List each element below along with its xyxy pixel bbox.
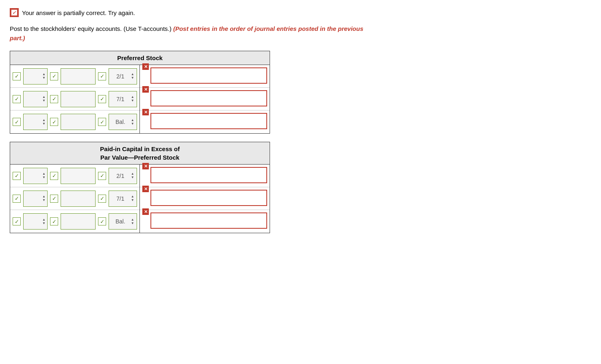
- pic-text-3[interactable]: [61, 213, 96, 230]
- ps-left-row-2: ▲ ▼ 7/1 ▲ ▼: [10, 88, 139, 110]
- svg-text:✓: ✓: [12, 10, 16, 15]
- preferred-stock-body: ▲ ▼ 2/1 ▲ ▼: [10, 65, 270, 133]
- ps-check-1c[interactable]: [98, 72, 106, 80]
- pic-spinner-1[interactable]: ▲ ▼: [23, 168, 48, 184]
- pic-check-1b[interactable]: [50, 172, 58, 180]
- ps-right-row-3: ✕: [140, 110, 270, 133]
- pic-date-1[interactable]: 2/1 ▲ ▼: [109, 168, 137, 184]
- pic-spinner-3[interactable]: ▲ ▼: [23, 213, 48, 230]
- ps-check-3b[interactable]: [50, 118, 58, 126]
- pic-spinner-2[interactable]: ▲ ▼: [23, 191, 48, 207]
- ps-error-input-2[interactable]: [150, 90, 267, 106]
- ps-spinner-1[interactable]: ▲ ▼: [23, 68, 48, 84]
- ps-date-3[interactable]: Bal. ▲ ▼: [109, 114, 137, 130]
- paid-in-capital-body: ▲ ▼ 2/1 ▲ ▼: [10, 165, 270, 233]
- pic-left-row-3: ▲ ▼ Bal. ▲ ▼: [10, 210, 139, 233]
- pic-right-row-2: ✕: [140, 187, 270, 210]
- paid-in-capital-header: Paid-in Capital in Excess of Par Value—P…: [10, 142, 270, 165]
- alert-row: ✓ Your answer is partially correct. Try …: [10, 8, 591, 17]
- ps-error-input-1[interactable]: [150, 67, 267, 84]
- pic-left-row-2: ▲ ▼ 7/1 ▲ ▼: [10, 187, 139, 210]
- pic-error-2: ✕: [142, 186, 149, 192]
- ps-error-3: ✕: [142, 109, 149, 115]
- pic-error-input-1[interactable]: [150, 167, 267, 183]
- pic-left-row-1: ▲ ▼ 2/1 ▲ ▼: [10, 165, 139, 187]
- partial-correct-icon: ✓: [10, 8, 19, 17]
- ps-right-row-1: ✕: [140, 65, 270, 88]
- ps-date-1[interactable]: 2/1 ▲ ▼: [109, 68, 137, 84]
- ps-error-input-3[interactable]: [150, 113, 267, 129]
- ps-text-3[interactable]: [61, 114, 96, 130]
- pic-check-3b[interactable]: [50, 217, 58, 225]
- pic-check-3a[interactable]: [13, 217, 21, 225]
- ps-check-2a[interactable]: [13, 95, 21, 103]
- ps-date-2[interactable]: 7/1 ▲ ▼: [109, 91, 137, 107]
- preferred-stock-left: ▲ ▼ 2/1 ▲ ▼: [10, 65, 140, 133]
- ps-text-1[interactable]: [61, 68, 96, 84]
- ps-spinner-2[interactable]: ▲ ▼: [23, 91, 48, 107]
- pic-check-1a[interactable]: [13, 172, 21, 180]
- pic-check-2b[interactable]: [50, 195, 58, 203]
- pic-check-1c[interactable]: [98, 172, 106, 180]
- t-account-container: Preferred Stock ▲ ▼: [10, 51, 270, 233]
- instructions-prefix: Post to the stockholders' equity account…: [10, 25, 173, 32]
- pic-check-2c[interactable]: [98, 195, 106, 203]
- pic-error-input-3[interactable]: [150, 212, 267, 229]
- pic-date-2[interactable]: 7/1 ▲ ▼: [109, 191, 137, 207]
- preferred-stock-header: Preferred Stock: [10, 51, 270, 65]
- ps-check-1b[interactable]: [50, 72, 58, 80]
- ps-check-2b[interactable]: [50, 95, 58, 103]
- ps-left-row-1: ▲ ▼ 2/1 ▲ ▼: [10, 65, 139, 88]
- alert-message: Your answer is partially correct. Try ag…: [22, 9, 135, 16]
- ps-text-2[interactable]: [61, 91, 96, 107]
- ps-spinner-3[interactable]: ▲ ▼: [23, 114, 48, 130]
- ps-right-row-2: ✕: [140, 88, 270, 110]
- ps-error-2: ✕: [142, 86, 149, 93]
- pic-text-1[interactable]: [61, 168, 96, 184]
- preferred-stock-right: ✕ ✕ ✕: [140, 65, 270, 133]
- ps-check-3a[interactable]: [13, 118, 21, 126]
- ps-check-3c[interactable]: [98, 118, 106, 126]
- pic-right-row-3: ✕: [140, 210, 270, 233]
- pic-check-2a[interactable]: [13, 195, 21, 203]
- pic-error-input-2[interactable]: [150, 190, 267, 206]
- ps-check-1a[interactable]: [13, 72, 21, 80]
- preferred-stock-t-account: Preferred Stock ▲ ▼: [10, 51, 270, 134]
- pic-date-3[interactable]: Bal. ▲ ▼: [109, 213, 137, 230]
- pic-right: ✕ ✕ ✕: [140, 165, 270, 233]
- pic-error-3: ✕: [142, 208, 149, 215]
- pic-left: ▲ ▼ 2/1 ▲ ▼: [10, 165, 140, 233]
- pic-text-2[interactable]: [61, 191, 96, 207]
- ps-error-1: ✕: [142, 63, 149, 70]
- instructions: Post to the stockholders' equity account…: [10, 24, 376, 43]
- ps-left-row-3: ▲ ▼ Bal. ▲ ▼: [10, 110, 139, 133]
- paid-in-capital-t-account: Paid-in Capital in Excess of Par Value—P…: [10, 142, 270, 233]
- pic-error-1: ✕: [142, 163, 149, 169]
- ps-check-2c[interactable]: [98, 95, 106, 103]
- pic-check-3c[interactable]: [98, 217, 106, 225]
- pic-right-row-1: ✕: [140, 165, 270, 187]
